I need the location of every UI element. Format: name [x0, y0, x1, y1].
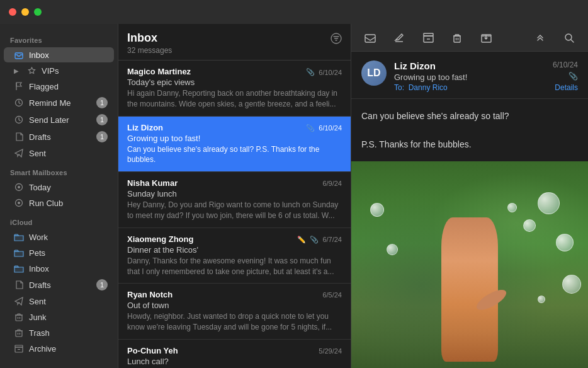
messages-container: Magico Martinez 📎 6/10/24 Today's epic v… — [118, 60, 351, 368]
icloud-drafts-icon — [14, 280, 24, 290]
message-list-header: Inbox 32 messages — [118, 24, 351, 60]
icloud-drafts-badge: 1 — [96, 279, 108, 290]
sidebar-item-junk[interactable]: Junk — [4, 309, 114, 325]
sidebar-item-sent-label: Sent — [29, 149, 108, 158]
email-sender-name: Liz Dizon — [394, 60, 545, 71]
message-row[interactable]: Ryan Notch 6/5/24 Out of town Howdy, nei… — [118, 284, 351, 340]
sidebar-item-pets[interactable]: Pets — [4, 245, 114, 260]
to-label: To: — [394, 83, 404, 92]
sidebar-item-flagged[interactable]: Flagged — [4, 79, 114, 94]
svg-line-30 — [571, 40, 574, 42]
email-date: 6/10/24 — [553, 60, 578, 69]
email-attachment-icon: 📎 — [568, 72, 578, 81]
pets-folder-icon — [14, 248, 24, 258]
sidebar-item-trash[interactable]: Trash — [4, 325, 114, 340]
send-later-badge: 1 — [96, 114, 108, 125]
sidebar-item-today-label: Today — [29, 183, 108, 192]
sidebar-item-inbox[interactable]: Inbox — [4, 47, 114, 62]
message-row[interactable]: Liz Dizon 📎 6/10/24 Growing up too fast!… — [118, 117, 351, 173]
sidebar-item-pets-label: Pets — [29, 248, 108, 258]
smart-mailboxes-section-label: Smart Mailboxes — [0, 161, 118, 179]
maximize-button[interactable] — [34, 8, 42, 16]
sidebar-item-remind-me-label: Remind Me — [29, 98, 91, 108]
svg-point-5 — [18, 186, 20, 188]
compose-button[interactable] — [390, 29, 408, 47]
more-button[interactable] — [531, 29, 549, 47]
detail-pane: LD Liz Dizon Growing up too fast! To: Da… — [351, 24, 588, 368]
delete-button[interactable] — [448, 29, 466, 47]
email-body-line2: P.S. Thanks for the bubbles. — [361, 137, 578, 151]
flag-icon — [14, 81, 24, 91]
svg-rect-24 — [454, 36, 460, 42]
sidebar-item-icloud-drafts[interactable]: Drafts 1 — [4, 277, 114, 293]
reply-button[interactable] — [361, 29, 379, 47]
archive-toolbar-button[interactable] — [419, 29, 437, 47]
sidebar-item-icloud-sent[interactable]: Sent — [4, 294, 114, 309]
avatar: LD — [361, 60, 387, 86]
remind-me-badge: 1 — [96, 97, 108, 108]
sidebar-item-work[interactable]: Work — [4, 229, 114, 244]
message-row[interactable]: Po-Chun Yeh 5/29/24 Lunch call? Think yo… — [118, 340, 351, 368]
sidebar-item-icloud-inbox-label: Inbox — [29, 264, 108, 273]
sidebar-item-run-club[interactable]: Run Club — [4, 195, 114, 210]
draft-icon: ✏️ — [297, 236, 306, 244]
inbox-icon — [14, 50, 24, 60]
junk-toolbar-button[interactable] — [477, 29, 495, 47]
svg-point-29 — [565, 34, 572, 40]
sidebar-item-vips-label: VIPs — [42, 66, 108, 76]
email-header: LD Liz Dizon Growing up too fast! To: Da… — [351, 52, 588, 99]
message-row[interactable]: Nisha Kumar 6/9/24 Sunday lunch Hey Dann… — [118, 172, 351, 228]
filter-icon[interactable] — [331, 33, 342, 47]
sidebar-item-vips[interactable]: ▶ VIPs — [4, 63, 114, 78]
svg-rect-17 — [15, 345, 23, 347]
sidebar-item-flagged-label: Flagged — [29, 82, 108, 91]
search-button[interactable] — [560, 29, 578, 47]
email-body: Can you believe she's already so tall? P… — [351, 99, 588, 161]
avatar-initials: LD — [367, 67, 380, 79]
sidebar-item-remind-me[interactable]: Remind Me 1 — [4, 95, 114, 111]
favorites-section-label: Favorites — [0, 29, 118, 47]
sidebar-item-archive-label: Archive — [29, 344, 108, 354]
icloud-section-label: iCloud — [0, 211, 118, 229]
sent-icon — [14, 148, 24, 158]
sidebar-item-today[interactable]: Today — [4, 180, 114, 195]
sidebar-item-trash-label: Trash — [29, 328, 108, 338]
attachment-icon: 📎 — [306, 124, 315, 132]
icloud-inbox-icon — [14, 263, 24, 273]
drafts-icon — [14, 132, 24, 142]
attachment-icon: 📎 — [306, 68, 315, 76]
to-recipient[interactable]: Danny Rico — [409, 83, 448, 92]
sidebar-item-send-later[interactable]: Send Later 1 — [4, 112, 114, 128]
junk-icon — [14, 312, 24, 322]
attachment-icon: 📎 — [310, 236, 319, 244]
today-icon — [14, 182, 24, 192]
remind-icon — [14, 98, 24, 108]
sidebar-item-drafts-label: Drafts — [29, 132, 91, 142]
sidebar-item-icloud-inbox[interactable]: Inbox — [4, 261, 114, 276]
inbox-title: Inbox — [127, 32, 172, 45]
svg-rect-22 — [424, 33, 433, 36]
close-button[interactable] — [9, 8, 16, 16]
work-folder-icon — [14, 232, 24, 242]
sidebar-item-inbox-label: Inbox — [29, 50, 108, 60]
sidebar-item-send-later-label: Send Later — [29, 115, 91, 125]
message-row[interactable]: Xiaomeng Zhong ✏️ 📎 6/7/24 Dinner at the… — [118, 228, 351, 284]
run-club-icon — [14, 198, 24, 208]
details-link[interactable]: Details — [555, 83, 578, 92]
svg-rect-12 — [16, 331, 22, 336]
archive-icon — [14, 343, 24, 354]
message-list: Inbox 32 messages Magico Martinez 📎 6/10… — [118, 24, 351, 368]
email-subject: Growing up too fast! — [394, 72, 545, 82]
email-meta-right: 6/10/24 📎 Details — [553, 60, 578, 92]
star-icon — [26, 66, 37, 76]
sidebar-item-run-club-label: Run Club — [29, 198, 108, 208]
sidebar-item-sent[interactable]: Sent — [4, 146, 114, 161]
minimize-button[interactable] — [21, 8, 29, 16]
drafts-badge: 1 — [96, 131, 108, 142]
sidebar-item-drafts[interactable]: Drafts 1 — [4, 129, 114, 145]
main-layout: Favorites Inbox ▶ VIPs — [0, 24, 588, 368]
sidebar-item-icloud-drafts-label: Drafts — [29, 280, 91, 290]
message-row[interactable]: Magico Martinez 📎 6/10/24 Today's epic v… — [118, 60, 351, 117]
sidebar-item-archive[interactable]: Archive — [4, 341, 114, 356]
sidebar-item-icloud-sent-label: Sent — [29, 297, 108, 306]
